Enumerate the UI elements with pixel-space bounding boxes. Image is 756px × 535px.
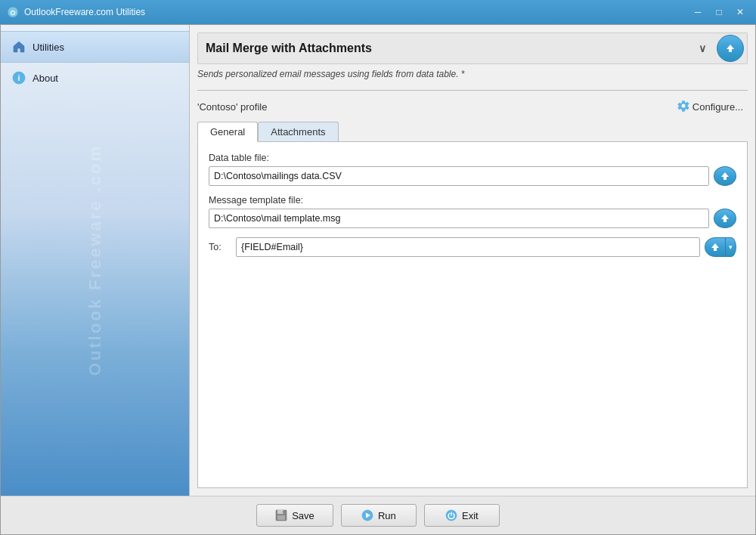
sidebar-item-about[interactable]: i About [1,63,189,93]
tab-content: Data table file: Message template file: [197,141,748,488]
bottom-bar: Save Run Exit [1,496,755,534]
data-table-label: Data table file: [209,153,736,163]
to-group: To: ▾ [209,237,736,257]
message-template-input[interactable] [209,209,709,228]
sidebar: Outlook Freeware .com Utilities i [1,25,190,496]
svg-text:i: i [17,73,20,82]
to-browse-dropdown-button[interactable]: ▾ [726,237,736,257]
to-browse-button[interactable] [705,237,726,257]
exit-icon [445,509,457,521]
window-controls: ─ □ ✕ [688,5,750,20]
tool-dropdown[interactable]: Mail Merge with Attachments ∨ [198,36,714,61]
sidebar-item-about-label: About [33,73,58,84]
profile-bar: 'Contoso' profile Configure... [197,98,748,116]
watermark-text: Outlook Freeware .com [85,144,105,376]
svg-text:O: O [10,9,15,17]
subtitle: Sends personalized email messages using … [197,67,748,81]
header-bar: Mail Merge with Attachments ∨ [197,32,748,64]
svg-marker-7 [721,215,729,222]
svg-marker-8 [711,243,719,251]
maximize-button[interactable]: □ [709,5,729,20]
to-row: To: ▾ [209,237,736,257]
svg-rect-10 [277,510,284,514]
close-button[interactable]: ✕ [730,5,750,20]
save-icon [275,509,287,521]
content-area: Outlook Freeware .com Utilities i [1,25,755,496]
tabs: General Attachments [197,122,748,142]
upload-button[interactable] [717,35,744,62]
divider [197,90,748,91]
sidebar-item-utilities[interactable]: Utilities [1,31,189,63]
svg-marker-6 [721,172,729,180]
settings-icon [677,100,689,114]
message-template-label: Message template file: [209,195,736,206]
exit-label: Exit [462,510,479,521]
title-bar: O OutlookFreeware.com Utilities ─ □ ✕ [0,0,756,24]
sidebar-item-utilities-label: Utilities [33,42,64,53]
profile-label: 'Contoso' profile [197,101,267,113]
svg-rect-11 [277,515,285,520]
tab-attachments-label: Attachments [271,126,325,138]
svg-marker-4 [727,45,734,52]
to-input[interactable] [236,237,700,257]
sidebar-nav: Utilities i About [1,25,189,99]
data-table-input[interactable] [209,166,709,186]
chevron-down-icon: ∨ [699,42,706,54]
exit-button[interactable]: Exit [424,504,500,527]
tab-general[interactable]: General [197,122,258,142]
run-label: Run [378,510,396,521]
tab-attachments[interactable]: Attachments [258,122,338,142]
configure-button[interactable]: Configure... [673,98,748,116]
window-title: OutlookFreeware.com Utilities [24,7,688,17]
configure-label: Configure... [692,101,743,113]
info-icon: i [11,70,26,85]
svg-point-5 [681,104,685,108]
run-icon [361,509,373,521]
tab-general-label: General [210,126,245,138]
save-label: Save [292,510,314,521]
main-window: Outlook Freeware .com Utilities i [0,24,756,535]
message-template-row [209,209,736,228]
data-table-group: Data table file: [209,153,736,186]
data-table-browse-button[interactable] [714,166,736,186]
to-label: To: [209,242,231,252]
save-button[interactable]: Save [256,504,333,527]
message-template-browse-button[interactable] [714,209,736,228]
tool-title: Mail Merge with Attachments [206,42,372,55]
main-panel: Mail Merge with Attachments ∨ Sends pers… [190,25,755,496]
message-template-group: Message template file: [209,195,736,228]
run-button[interactable]: Run [341,504,417,527]
to-browse-split-button: ▾ [705,237,736,257]
app-icon: O [6,5,20,19]
minimize-button[interactable]: ─ [688,5,708,20]
data-table-row [209,166,736,186]
svg-rect-12 [283,511,284,513]
home-icon [11,39,26,54]
